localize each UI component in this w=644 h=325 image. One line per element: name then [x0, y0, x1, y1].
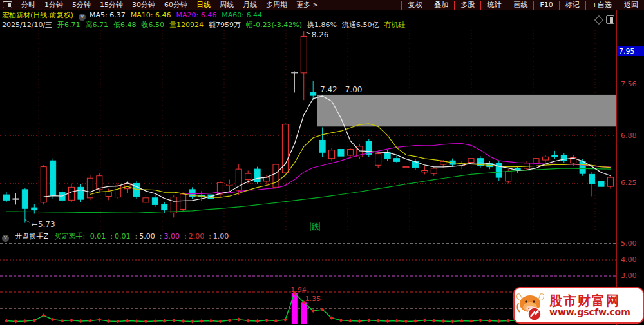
- indicator-marker: [256, 319, 260, 323]
- bar-value-label: 1.94: [290, 286, 307, 294]
- bar-value-label: 1.35: [305, 295, 321, 303]
- candle-body: [598, 181, 604, 186]
- indicator-marker: [61, 319, 64, 323]
- candle-body: [524, 163, 530, 168]
- quote-field-5: 量120924: [169, 21, 204, 29]
- candle-body: [580, 161, 585, 173]
- watermark-url: www.gscfw.com: [549, 308, 630, 317]
- candle-body: [319, 140, 325, 152]
- indicator-marker: [227, 319, 231, 322]
- quote-field-7: 幅-0.23(-3.42%): [246, 21, 302, 29]
- main-axis-label-0: 7.56: [621, 80, 637, 88]
- candle-body: [87, 178, 93, 198]
- candle-body: [245, 173, 251, 179]
- stock-title: 宏柏新材(日线.前复权): [2, 11, 73, 19]
- candle-body: [607, 177, 613, 186]
- candle-body: [338, 150, 344, 157]
- indicator-param-5: 1.00: [213, 232, 229, 241]
- candle-body: [78, 187, 84, 199]
- candle-body: [162, 204, 167, 210]
- panel-split-icon[interactable]: [606, 15, 614, 24]
- candle-body: [375, 154, 381, 166]
- indicator-marker: [497, 319, 501, 323]
- indicator-name[interactable]: 开盘换手Z: [15, 232, 49, 241]
- indicator-marker: [488, 319, 491, 323]
- indicator-marker: [376, 319, 380, 323]
- candle-body: [310, 92, 316, 95]
- quote-field-9: 流通6.50亿: [342, 21, 379, 29]
- indicator-marker: [395, 319, 399, 323]
- indicator-marker: [404, 320, 408, 324]
- indicator-param-2: 5.00: [139, 232, 155, 241]
- stock-header-row: 宏柏新材(日线.前复权)vMA5: 6.37MA10: 6.46MA20: 6.…: [2, 10, 267, 20]
- indicator-marker: [153, 319, 157, 323]
- main-chart-canvas: 8.267.42 - 7.00←5.73: [0, 0, 616, 231]
- candle-body: [50, 161, 56, 195]
- fall-marker-badge: 跌: [310, 222, 320, 231]
- candle-body: [227, 184, 232, 186]
- indicator-marker: [162, 319, 166, 323]
- quote-field-6: 额7959万: [209, 21, 241, 29]
- candle-body: [180, 194, 186, 210]
- indicator-marker: [218, 320, 222, 324]
- indicator-marker: [386, 319, 390, 323]
- candle-body: [431, 168, 437, 173]
- candle-body: [468, 159, 474, 162]
- ma-label-3: MA60: 6.44: [222, 11, 262, 19]
- candle-body: [115, 186, 121, 197]
- candle-body: [589, 174, 595, 183]
- candle-body: [440, 161, 446, 164]
- indicator-marker: [274, 319, 278, 323]
- quote-field-10: 有机硅: [384, 21, 406, 29]
- candle-body: [552, 155, 558, 157]
- candle-body: [301, 36, 307, 72]
- candle-body: [22, 190, 28, 208]
- indicator-param-4: 2.00: [189, 232, 205, 241]
- indicator-marker: [478, 319, 482, 322]
- candle-body: [403, 167, 409, 168]
- indicator-marker: [432, 319, 436, 323]
- indicator-marker: [200, 319, 204, 323]
- candle-body: [41, 167, 46, 202]
- indicator-bar: [301, 302, 307, 324]
- candle-body: [273, 164, 279, 187]
- indicator-marker: [32, 319, 36, 322]
- indicator-marker: [116, 320, 120, 324]
- candle-body: [143, 198, 149, 202]
- candle-body: [282, 124, 288, 173]
- indicator-marker: [357, 319, 361, 323]
- quote-field-0: 2025/12/10/三: [2, 21, 52, 29]
- candle-body: [347, 150, 353, 155]
- indicator-marker: [469, 319, 473, 323]
- gap-zone-label: 7.42 - 7.00: [320, 85, 362, 94]
- indicator-marker: [265, 319, 269, 322]
- indicator-marker: [23, 319, 27, 323]
- indicator-params: 0.01:0.01:5.00:3.00:2.00:1.00: [90, 232, 232, 241]
- candle-body: [254, 169, 260, 182]
- indicator-marker: [237, 318, 241, 322]
- main-axis-label-2: 6.25: [621, 179, 637, 187]
- param-separator: :: [110, 232, 113, 241]
- price-axis: 7.95 7.566.886.25 5.004.003.00: [617, 0, 644, 325]
- indicator-collapse-icon[interactable]: v: [2, 235, 9, 242]
- indicator-marker: [172, 319, 176, 322]
- ma-values: MA5: 6.37MA10: 6.46MA20: 6.46MA60: 6.44: [90, 11, 267, 19]
- indicator-marker: [339, 319, 343, 322]
- quote-field-2: 高6.71: [86, 21, 109, 29]
- quote-field-8: 换1.86%: [307, 21, 337, 29]
- indicator-marker: [126, 319, 129, 323]
- candle-body: [329, 150, 335, 159]
- indicator-marker: [460, 319, 464, 323]
- indicator-param-1: 0.01: [115, 232, 131, 241]
- candle-body: [4, 195, 10, 200]
- trading-app-window: 分时1分钟5分钟15分钟30分钟60分钟日线周线月线多周期更多 > 复权叠加多股…: [0, 0, 644, 325]
- candle-body: [542, 157, 548, 160]
- candle-body: [32, 208, 37, 210]
- watermark: 股市财富网 www.gscfw.com: [513, 287, 644, 324]
- indicator-marker: [209, 319, 213, 323]
- indicator-marker: [88, 319, 92, 323]
- gap-zone-box: [317, 95, 616, 126]
- candle-body: [292, 72, 298, 73]
- quote-field-1: 开6.71: [57, 21, 80, 29]
- peak-pointer-line: [305, 32, 310, 34]
